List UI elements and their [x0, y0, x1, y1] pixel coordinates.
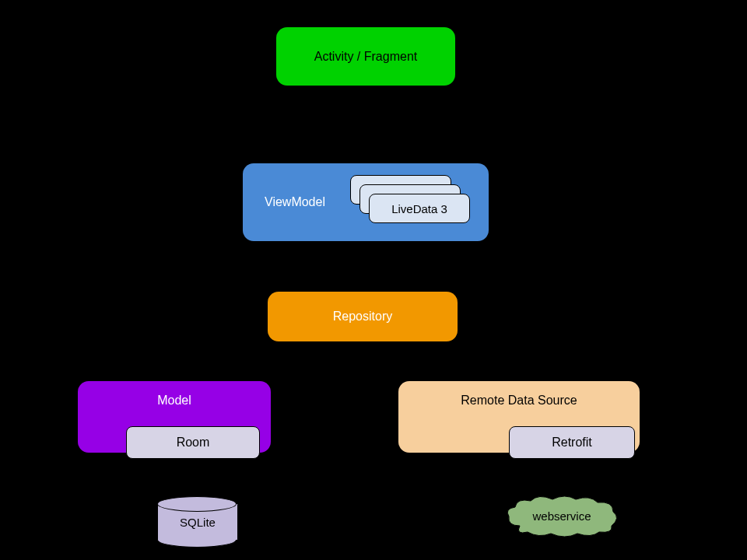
node-livedata: LiveData 3	[369, 194, 470, 223]
sqlite-label: SQLite	[180, 516, 216, 529]
node-repository: Repository	[268, 292, 458, 341]
node-webservice-cloud: webservice	[504, 495, 619, 537]
node-room: Room	[126, 426, 260, 459]
viewmodel-label: ViewModel	[265, 195, 325, 209]
node-activity-fragment: Activity / Fragment	[276, 27, 455, 86]
node-retrofit: Retrofit	[509, 426, 635, 459]
room-label: Room	[177, 436, 210, 450]
svg-line-2	[193, 341, 335, 380]
livedata-label: LiveData 3	[391, 202, 447, 215]
retrofit-label: Retrofit	[552, 436, 592, 450]
cylinder-top-icon	[157, 496, 237, 512]
node-sqlite-database: SQLite	[157, 496, 237, 548]
svg-line-3	[393, 341, 502, 380]
webservice-label: webservice	[532, 509, 591, 523]
repository-label: Repository	[333, 310, 392, 324]
model-label: Model	[157, 394, 191, 408]
remote-label: Remote Data Source	[461, 394, 577, 408]
activity-label: Activity / Fragment	[314, 50, 417, 64]
